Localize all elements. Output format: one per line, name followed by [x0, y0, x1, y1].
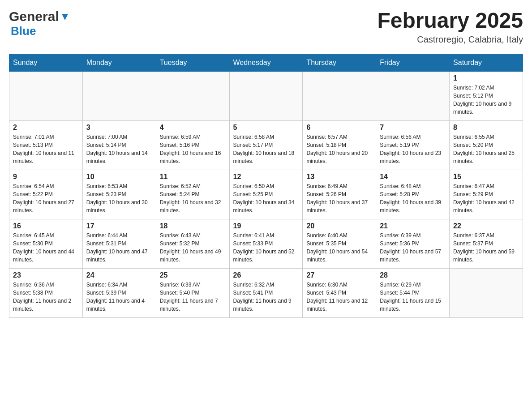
calendar-week-row: 16Sunrise: 6:45 AMSunset: 5:30 PMDayligh…: [9, 219, 523, 268]
calendar-cell: [450, 268, 523, 317]
calendar-cell: [229, 71, 303, 120]
calendar-cell: [156, 71, 229, 120]
calendar-cell: 7Sunrise: 6:56 AMSunset: 5:19 PMDaylight…: [376, 120, 450, 170]
day-info: Sunrise: 6:33 AMSunset: 5:40 PMDaylight:…: [160, 281, 226, 313]
day-info: Sunrise: 6:58 AMSunset: 5:17 PMDaylight:…: [233, 133, 299, 165]
logo-blue-text: Blue: [11, 24, 36, 38]
day-number: 20: [306, 222, 372, 230]
calendar-header-saturday: Saturday: [450, 54, 523, 71]
day-number: 11: [160, 173, 226, 181]
day-info: Sunrise: 6:34 AMSunset: 5:39 PMDaylight:…: [86, 281, 152, 313]
day-info: Sunrise: 6:50 AMSunset: 5:25 PMDaylight:…: [233, 182, 299, 214]
day-number: 17: [86, 222, 152, 230]
svg-marker-0: [62, 14, 68, 20]
day-info: Sunrise: 6:32 AMSunset: 5:41 PMDaylight:…: [233, 281, 299, 313]
calendar-cell: 8Sunrise: 6:55 AMSunset: 5:20 PMDaylight…: [450, 120, 523, 170]
day-number: 15: [453, 173, 519, 181]
day-number: 18: [160, 222, 226, 230]
calendar-cell: 5Sunrise: 6:58 AMSunset: 5:17 PMDaylight…: [229, 120, 303, 170]
day-number: 23: [13, 271, 79, 279]
day-info: Sunrise: 6:49 AMSunset: 5:26 PMDaylight:…: [306, 182, 372, 214]
calendar-cell: 26Sunrise: 6:32 AMSunset: 5:41 PMDayligh…: [229, 268, 303, 317]
day-number: 16: [13, 222, 79, 230]
calendar-week-row: 2Sunrise: 7:01 AMSunset: 5:13 PMDaylight…: [9, 120, 523, 170]
calendar-week-row: 23Sunrise: 6:36 AMSunset: 5:38 PMDayligh…: [9, 268, 523, 317]
calendar-table: SundayMondayTuesdayWednesdayThursdayFrid…: [9, 54, 523, 318]
calendar-cell: 13Sunrise: 6:49 AMSunset: 5:26 PMDayligh…: [303, 170, 376, 219]
day-info: Sunrise: 6:55 AMSunset: 5:20 PMDaylight:…: [453, 133, 519, 165]
calendar-header-friday: Friday: [376, 54, 450, 71]
calendar-cell: 15Sunrise: 6:47 AMSunset: 5:29 PMDayligh…: [450, 170, 523, 219]
calendar-cell: 27Sunrise: 6:30 AMSunset: 5:43 PMDayligh…: [303, 268, 376, 317]
calendar-cell: 20Sunrise: 6:40 AMSunset: 5:35 PMDayligh…: [303, 219, 376, 268]
calendar-cell: [376, 71, 450, 120]
day-info: Sunrise: 7:00 AMSunset: 5:14 PMDaylight:…: [86, 133, 152, 165]
day-number: 5: [233, 124, 299, 132]
day-info: Sunrise: 6:45 AMSunset: 5:30 PMDaylight:…: [13, 231, 79, 264]
calendar-cell: 24Sunrise: 6:34 AMSunset: 5:39 PMDayligh…: [82, 268, 156, 317]
day-number: 9: [13, 173, 79, 181]
calendar-cell: 28Sunrise: 6:29 AMSunset: 5:44 PMDayligh…: [376, 268, 450, 317]
logo: General Blue: [9, 9, 70, 38]
day-number: 7: [380, 124, 446, 132]
calendar-cell: 11Sunrise: 6:52 AMSunset: 5:24 PMDayligh…: [156, 170, 229, 219]
day-number: 4: [160, 124, 226, 132]
day-number: 3: [86, 124, 152, 132]
day-number: 22: [453, 222, 519, 230]
day-info: Sunrise: 7:01 AMSunset: 5:13 PMDaylight:…: [13, 133, 79, 165]
calendar-cell: 3Sunrise: 7:00 AMSunset: 5:14 PMDaylight…: [82, 120, 156, 170]
day-info: Sunrise: 6:43 AMSunset: 5:32 PMDaylight:…: [160, 231, 226, 264]
day-number: 27: [306, 271, 372, 279]
page-header: General Blue February 2025 Castroregio, …: [9, 9, 523, 45]
day-number: 6: [306, 124, 372, 132]
day-number: 25: [160, 271, 226, 279]
calendar-cell: 17Sunrise: 6:44 AMSunset: 5:31 PMDayligh…: [82, 219, 156, 268]
day-number: 13: [306, 173, 372, 181]
day-number: 26: [233, 271, 299, 279]
day-info: Sunrise: 6:40 AMSunset: 5:35 PMDaylight:…: [306, 231, 372, 264]
calendar-cell: 22Sunrise: 6:37 AMSunset: 5:37 PMDayligh…: [450, 219, 523, 268]
calendar-header-monday: Monday: [82, 54, 156, 71]
day-info: Sunrise: 6:44 AMSunset: 5:31 PMDaylight:…: [86, 231, 152, 264]
calendar-header-thursday: Thursday: [303, 54, 376, 71]
day-number: 12: [233, 173, 299, 181]
location-subtitle: Castroregio, Calabria, Italy: [377, 34, 523, 45]
title-section: February 2025 Castroregio, Calabria, Ita…: [377, 9, 523, 45]
calendar-cell: 12Sunrise: 6:50 AMSunset: 5:25 PMDayligh…: [229, 170, 303, 219]
day-info: Sunrise: 6:54 AMSunset: 5:22 PMDaylight:…: [13, 182, 79, 214]
calendar-cell: 21Sunrise: 6:39 AMSunset: 5:36 PMDayligh…: [376, 219, 450, 268]
day-number: 21: [380, 222, 446, 230]
day-info: Sunrise: 6:39 AMSunset: 5:36 PMDaylight:…: [380, 231, 446, 264]
calendar-cell: 23Sunrise: 6:36 AMSunset: 5:38 PMDayligh…: [9, 268, 83, 317]
calendar-week-row: 9Sunrise: 6:54 AMSunset: 5:22 PMDaylight…: [9, 170, 523, 219]
calendar-cell: [9, 71, 83, 120]
day-info: Sunrise: 6:37 AMSunset: 5:37 PMDaylight:…: [453, 231, 519, 264]
day-info: Sunrise: 6:56 AMSunset: 5:19 PMDaylight:…: [380, 133, 446, 165]
day-info: Sunrise: 7:02 AMSunset: 5:12 PMDaylight:…: [453, 84, 519, 116]
month-title: February 2025: [377, 9, 523, 33]
calendar-cell: 18Sunrise: 6:43 AMSunset: 5:32 PMDayligh…: [156, 219, 229, 268]
day-info: Sunrise: 6:29 AMSunset: 5:44 PMDaylight:…: [380, 281, 446, 313]
day-info: Sunrise: 6:59 AMSunset: 5:16 PMDaylight:…: [160, 133, 226, 165]
calendar-header-tuesday: Tuesday: [156, 54, 229, 71]
calendar-cell: 4Sunrise: 6:59 AMSunset: 5:16 PMDaylight…: [156, 120, 229, 170]
day-number: 24: [86, 271, 152, 279]
calendar-cell: 25Sunrise: 6:33 AMSunset: 5:40 PMDayligh…: [156, 268, 229, 317]
calendar-header-row: SundayMondayTuesdayWednesdayThursdayFrid…: [9, 54, 523, 71]
day-info: Sunrise: 6:30 AMSunset: 5:43 PMDaylight:…: [306, 281, 372, 313]
calendar-week-row: 1Sunrise: 7:02 AMSunset: 5:12 PMDaylight…: [9, 71, 523, 120]
day-info: Sunrise: 6:53 AMSunset: 5:23 PMDaylight:…: [86, 182, 152, 214]
calendar-cell: [82, 71, 156, 120]
calendar-cell: 14Sunrise: 6:48 AMSunset: 5:28 PMDayligh…: [376, 170, 450, 219]
calendar-cell: 19Sunrise: 6:41 AMSunset: 5:33 PMDayligh…: [229, 219, 303, 268]
calendar-cell: [303, 71, 376, 120]
calendar-cell: 6Sunrise: 6:57 AMSunset: 5:18 PMDaylight…: [303, 120, 376, 170]
logo-general-text: General: [9, 9, 59, 24]
day-number: 14: [380, 173, 446, 181]
calendar-cell: 10Sunrise: 6:53 AMSunset: 5:23 PMDayligh…: [82, 170, 156, 219]
day-info: Sunrise: 6:47 AMSunset: 5:29 PMDaylight:…: [453, 182, 519, 214]
day-number: 1: [453, 74, 519, 82]
day-info: Sunrise: 6:36 AMSunset: 5:38 PMDaylight:…: [13, 281, 79, 313]
day-number: 8: [453, 124, 519, 132]
calendar-cell: 9Sunrise: 6:54 AMSunset: 5:22 PMDaylight…: [9, 170, 83, 219]
